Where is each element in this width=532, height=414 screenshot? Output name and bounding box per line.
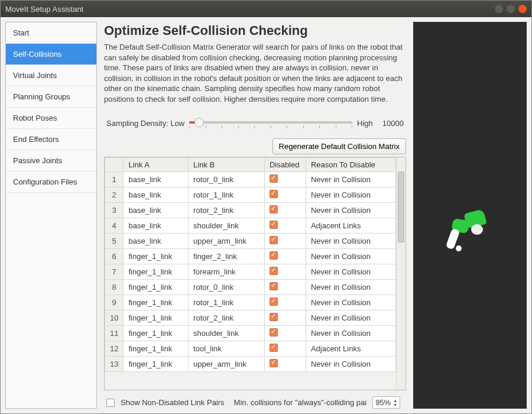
disabled-checkbox[interactable]	[270, 344, 278, 352]
row-number: 11	[105, 326, 124, 341]
app-window: MoveIt Setup Assistant Start Self-Collis…	[0, 0, 532, 414]
table-row[interactable]: 2base_linkrotor_1_linkNever in Collision	[105, 187, 396, 203]
table-row[interactable]: 12finger_1_linktool_linkAdjacent Links	[105, 341, 396, 357]
table-row[interactable]: 5base_linkupper_arm_linkNever in Collisi…	[105, 234, 396, 249]
cell-link-b: rotor_0_link	[189, 280, 265, 295]
cell-link-a: base_link	[124, 203, 189, 218]
sidebar-item-label: Planning Groups	[13, 92, 70, 101]
scrollbar-thumb-icon[interactable]	[398, 172, 404, 242]
sidebar-item-planning-groups[interactable]: Planning Groups	[6, 86, 96, 108]
cell-link-a: finger_1_link	[124, 295, 189, 310]
sidebar-item-start[interactable]: Start	[6, 22, 96, 44]
row-number: 13	[105, 357, 124, 372]
show-non-disabled-checkbox[interactable]	[106, 399, 115, 407]
cell-reason: Never in Collision	[306, 310, 395, 326]
robot-3d-viewer[interactable]	[413, 22, 527, 409]
disabled-checkbox[interactable]	[270, 190, 278, 198]
disabled-checkbox[interactable]	[270, 251, 278, 260]
cell-link-a: finger_1_link	[124, 264, 189, 280]
disabled-checkbox[interactable]	[270, 297, 278, 306]
row-number: 5	[105, 234, 124, 249]
row-number: 8	[105, 280, 124, 295]
min-collisions-spinbox[interactable]: 95% ▲▼	[372, 396, 400, 409]
disabled-checkbox[interactable]	[270, 205, 278, 214]
window-buttons	[495, 5, 527, 13]
sidebar-item-robot-poses[interactable]: Robot Poses	[6, 108, 96, 129]
cell-link-b: tool_link	[189, 341, 265, 357]
col-disabled[interactable]: Disabled	[264, 158, 306, 172]
sidebar: Start Self-Collisions Virtual Joints Pla…	[5, 22, 97, 409]
cell-reason: Never in Collision	[306, 249, 395, 264]
table-row[interactable]: 1base_linkrotor_0_linkNever in Collision	[105, 172, 396, 187]
row-number: 7	[105, 264, 124, 280]
sidebar-item-end-effectors[interactable]: End Effectors	[6, 129, 96, 150]
collision-table: Link A Link B Disabled Reason To Disable…	[104, 157, 406, 390]
table-row[interactable]: 10finger_1_linkrotor_2_linkNever in Coll…	[105, 310, 396, 326]
sidebar-item-label: Start	[13, 28, 29, 37]
close-icon[interactable]	[518, 5, 527, 13]
row-number: 6	[105, 249, 124, 264]
disabled-checkbox[interactable]	[270, 236, 278, 244]
cell-disabled	[264, 234, 306, 249]
cell-disabled	[264, 249, 306, 264]
disabled-checkbox[interactable]	[270, 221, 278, 229]
sidebar-item-label: Self-Collisions	[13, 50, 61, 59]
maximize-icon[interactable]	[507, 5, 515, 13]
disabled-checkbox[interactable]	[270, 313, 278, 321]
cell-reason: Never in Collision	[306, 280, 395, 295]
table-row[interactable]: 8finger_1_linkrotor_0_linkNever in Colli…	[105, 280, 396, 295]
table-row[interactable]: 13finger_1_linkupper_arm_linkNever in Co…	[105, 357, 396, 372]
cell-disabled	[264, 218, 306, 234]
sidebar-item-configuration-files[interactable]: Configuration Files	[6, 172, 96, 193]
sampling-density-low-label: Sampling Density: Low	[106, 119, 184, 128]
regenerate-collision-matrix-button[interactable]: Regenerate Default Collision Matrix	[273, 138, 406, 154]
cell-reason: Adjacent Links	[306, 218, 395, 234]
minimize-icon[interactable]	[495, 5, 503, 13]
cell-link-b: upper_arm_link	[189, 234, 265, 249]
sampling-density-high-label: High	[357, 119, 373, 128]
cell-link-a: base_link	[124, 172, 189, 187]
cell-reason: Never in Collision	[306, 295, 395, 310]
page-title: Optimize Self-Collision Checking	[104, 23, 406, 38]
sidebar-item-self-collisions[interactable]: Self-Collisions	[6, 44, 96, 65]
row-number: 9	[105, 295, 124, 310]
table-row[interactable]: 4base_linkshoulder_linkAdjacent Links	[105, 218, 396, 234]
cell-disabled	[264, 326, 306, 341]
table-scrollbar[interactable]	[396, 157, 406, 390]
disabled-checkbox[interactable]	[270, 328, 278, 337]
sampling-density-value: 10000	[382, 119, 404, 128]
cell-reason: Never in Collision	[306, 203, 395, 218]
sidebar-item-virtual-joints[interactable]: Virtual Joints	[6, 65, 96, 86]
cell-link-a: finger_1_link	[124, 341, 189, 357]
table-row[interactable]: 6finger_1_linkfinger_2_linkNever in Coll…	[105, 249, 396, 264]
cell-disabled	[264, 310, 306, 326]
col-reason[interactable]: Reason To Disable	[306, 158, 395, 172]
content-area: Start Self-Collisions Virtual Joints Pla…	[1, 17, 531, 413]
table-row[interactable]: 11finger_1_linkshoulder_linkNever in Col…	[105, 326, 396, 341]
cell-link-b: rotor_1_link	[189, 295, 265, 310]
disabled-checkbox[interactable]	[270, 267, 278, 275]
table-row[interactable]: 9finger_1_linkrotor_1_linkNever in Colli…	[105, 295, 396, 310]
col-rownum	[105, 158, 124, 172]
col-link-a[interactable]: Link A	[124, 158, 189, 172]
col-link-b[interactable]: Link B	[189, 158, 265, 172]
cell-link-a: base_link	[124, 234, 189, 249]
footer-row: Show Non-Disabled Link Pairs Min. collis…	[104, 390, 406, 409]
row-number: 12	[105, 341, 124, 357]
cell-link-a: finger_1_link	[124, 280, 189, 295]
sampling-density-slider[interactable]	[189, 116, 352, 130]
cell-link-b: rotor_2_link	[189, 310, 265, 326]
window-title: MoveIt Setup Assistant	[5, 5, 83, 14]
disabled-checkbox[interactable]	[270, 359, 278, 367]
row-number: 10	[105, 310, 124, 326]
table-row[interactable]: 7finger_1_linkforearm_linkNever in Colli…	[105, 264, 396, 280]
spin-arrows-icon[interactable]: ▲▼	[393, 399, 397, 407]
cell-disabled	[264, 187, 306, 203]
disabled-checkbox[interactable]	[270, 282, 278, 290]
cell-reason: Adjacent Links	[306, 341, 395, 357]
table-row[interactable]: 3base_linkrotor_2_linkNever in Collision	[105, 203, 396, 218]
sidebar-item-passive-joints[interactable]: Passive Joints	[6, 150, 96, 172]
cell-link-a: finger_1_link	[124, 310, 189, 326]
disabled-checkbox[interactable]	[270, 174, 278, 183]
sidebar-item-label: Configuration Files	[13, 177, 77, 186]
